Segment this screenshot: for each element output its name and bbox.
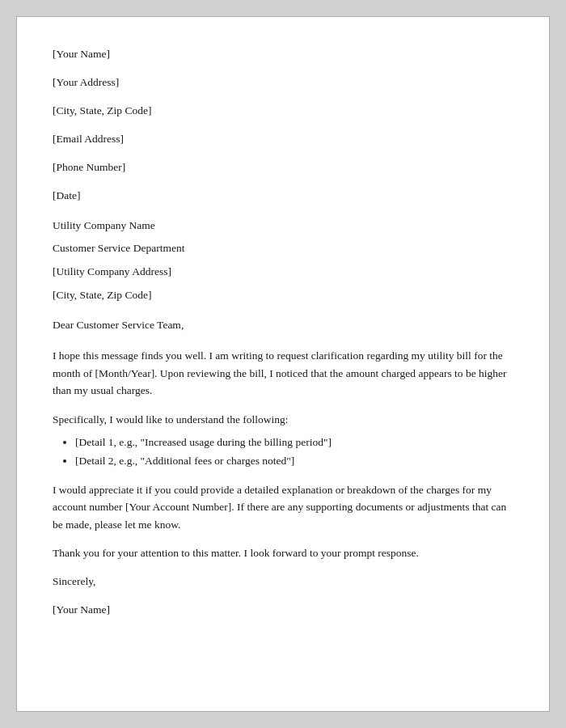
letter-date: [Date] (53, 188, 513, 205)
sender-name: [Your Name] (53, 46, 513, 63)
sender-email: [Email Address] (53, 131, 513, 148)
sender-address: [Your Address] (53, 74, 513, 91)
opening-paragraph: I hope this message finds you well. I am… (53, 347, 513, 400)
recipient-city-state-zip: [City, State, Zip Code] (53, 287, 513, 304)
recipient-department: Customer Service Department (53, 240, 513, 257)
bullet-item-1: [Detail 1, e.g., "Increased usage during… (75, 434, 513, 451)
letter-document: [Your Name] [Your Address] [City, State,… (16, 16, 550, 712)
bullet-item-2: [Detail 2, e.g., "Additional fees or cha… (75, 452, 513, 470)
specific-intro: Specifically, I would like to understand… (53, 411, 513, 429)
sender-phone: [Phone Number] (53, 159, 513, 176)
recipient-address: [Utility Company Address] (53, 264, 513, 281)
details-list: [Detail 1, e.g., "Increased usage during… (75, 434, 513, 470)
closing-thanks: Thank you for your attention to this mat… (53, 544, 513, 562)
request-paragraph: I would appreciate it if you could provi… (53, 481, 513, 534)
recipient-company: Utility Company Name (53, 218, 513, 235)
salutation: Dear Customer Service Team, (53, 317, 513, 334)
sender-city-state-zip: [City, State, Zip Code] (53, 103, 513, 120)
sign-off: Sincerely, (53, 574, 513, 590)
signature-name: [Your Name] (53, 602, 513, 619)
